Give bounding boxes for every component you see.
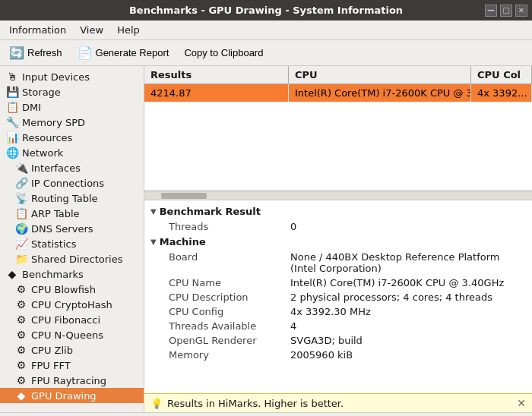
storage-icon: 💾 (6, 86, 18, 98)
table-header: Results CPU CPU Col (144, 66, 532, 84)
sidebar-item-cpu-n-queens[interactable]: ⚙CPU N-Queens (0, 327, 144, 342)
sidebar-item-cpu-cryptohash[interactable]: ⚙CPU CryptoHash (0, 297, 144, 312)
sidebar-label-dmi: DMI (22, 102, 41, 113)
dmi-icon: 📋 (6, 101, 18, 113)
expand-icon: ▼ (150, 207, 157, 216)
memory-spd-icon: 🔧 (6, 116, 18, 128)
detail-memory: Memory 2005960 kiB (144, 348, 532, 362)
generate-report-button[interactable]: 📄 Generate Report (73, 43, 174, 62)
cpu-fibonacci-icon: ⚙ (15, 314, 27, 326)
menu-information[interactable]: Information (3, 22, 72, 38)
section-header-machine[interactable]: ▼ Machine (144, 234, 532, 250)
detail-cpu-name: CPU Name Intel(R) Core(TM) i7-2600K CPU … (144, 276, 532, 290)
sidebar-label-cpu-blowfish: CPU Blowfish (31, 284, 96, 295)
gpu-drawing-icon: ◆ (15, 389, 27, 402)
sidebar-item-fpu-fft[interactable]: ⚙FPU FFT (0, 358, 144, 373)
sidebar-label-fpu-raytracing: FPU Raytracing (31, 375, 106, 386)
section-machine: ▼ Machine Board None / 440BX Desktop Ref… (144, 234, 532, 362)
sidebar-label-resources: Resources (22, 132, 72, 143)
sidebar-item-cpu-zlib[interactable]: ⚙CPU Zlib (0, 342, 144, 358)
value-memory: 2005960 kiB (290, 349, 353, 361)
label-board: Board (169, 251, 290, 274)
cpu-cryptohash-icon: ⚙ (15, 298, 27, 310)
close-button[interactable]: ✕ (515, 5, 527, 17)
value-cpu-name: Intel(R) Core(TM) i7-2600K CPU @ 3.40GHz (290, 277, 504, 288)
interfaces-icon: 🔌 (15, 162, 27, 174)
menu-view[interactable]: View (74, 22, 109, 38)
sidebar-item-dmi[interactable]: 📋DMI (0, 99, 144, 115)
detail-threads: Threads 0 (144, 219, 532, 234)
dns-servers-icon: 🌍 (15, 222, 27, 235)
sidebar-item-input-devices[interactable]: 🖱Input Devices (0, 69, 144, 84)
sidebar-item-shared-directories[interactable]: 📁Shared Directories (0, 251, 144, 266)
detail-threads-avail: Threads Available 4 (144, 319, 532, 333)
details-panel: ▼ Benchmark Result Threads 0 ▼ Machine B… (144, 200, 532, 393)
sidebar-label-shared-directories: Shared Directories (31, 254, 123, 265)
label-cpu-name: CPU Name (169, 277, 290, 288)
col-cpucol: CPU Col (471, 66, 532, 84)
label-opengl: OpenGL Renderer (169, 335, 290, 346)
detail-opengl: OpenGL Renderer SVGA3D; build (144, 333, 532, 348)
sidebar-item-cpu-blowfish[interactable]: ⚙CPU Blowfish (0, 282, 144, 297)
sidebar-item-storage[interactable]: 💾Storage (0, 84, 144, 99)
section-title-machine: Machine (160, 236, 206, 247)
sidebar-item-memory-spd[interactable]: 🔧Memory SPD (0, 115, 144, 130)
label-cpu-desc: CPU Description (169, 292, 290, 303)
sidebar-label-cpu-fibonacci: CPU Fibonacci (31, 314, 100, 326)
sidebar: 🖱Input Devices💾Storage📋DMI🔧Memory SPD📊Re… (0, 66, 144, 412)
sidebar-item-gpu-drawing[interactable]: ◆GPU Drawing (0, 388, 144, 403)
sidebar-item-dns-servers[interactable]: 🌍DNS Servers (0, 221, 144, 236)
sidebar-item-statistics[interactable]: 📈Statistics (0, 236, 144, 251)
value-cpu-desc: 2 physical processors; 4 cores; 4 thread… (290, 292, 492, 303)
sidebar-label-statistics: Statistics (31, 238, 76, 250)
sidebar-item-arp-table[interactable]: 📋ARP Table (0, 206, 144, 221)
results-table: Results CPU CPU Col 4214.87 Intel(R) Cor… (144, 66, 532, 200)
scrollbar-thumb[interactable] (161, 193, 207, 199)
section-benchmark-result: ▼ Benchmark Result Threads 0 (144, 203, 532, 234)
table-row[interactable]: 4214.87 Intel(R) Core(TM) i7-2600K CPU @… (144, 84, 532, 102)
refresh-icon: 🔄 (9, 46, 24, 60)
statistics-icon: 📈 (15, 238, 27, 250)
refresh-button[interactable]: 🔄 Refresh (5, 43, 67, 62)
value-board: None / 440BX Desktop Reference Platform … (290, 251, 526, 274)
table-body[interactable]: 4214.87 Intel(R) Core(TM) i7-2600K CPU @… (144, 84, 532, 191)
sidebar-item-fpu-raytracing[interactable]: ⚙FPU Raytracing (0, 373, 144, 388)
sidebar-label-interfaces: Interfaces (31, 162, 81, 174)
section-title-benchmark: Benchmark Result (160, 206, 261, 217)
cpu-blowfish-icon: ⚙ (15, 283, 27, 295)
resources-icon: 📊 (6, 131, 18, 143)
value-threads: 0 (290, 221, 296, 232)
main-layout: 🖱Input Devices💾Storage📋DMI🔧Memory SPD📊Re… (0, 66, 532, 412)
value-opengl: SVGA3D; build (290, 335, 363, 346)
toolbar: 🔄 Refresh 📄 Generate Report Copy to Clip… (0, 40, 532, 66)
sidebar-label-benchmarks: Benchmarks (22, 269, 84, 280)
detail-cpu-desc: CPU Description 2 physical processors; 4… (144, 290, 532, 304)
sidebar-item-network[interactable]: 🌐Network (0, 145, 144, 160)
detail-cpu-config: CPU Config 4x 3392.30 MHz (144, 304, 532, 319)
horizontal-scrollbar[interactable] (144, 191, 532, 200)
copy-clipboard-button[interactable]: Copy to Clipboard (179, 45, 268, 61)
sidebar-item-benchmarks[interactable]: ◆Benchmarks (0, 266, 144, 282)
sidebar-item-resources[interactable]: 📊Resources (0, 130, 144, 145)
label-memory: Memory (169, 349, 290, 361)
detail-board: Board None / 440BX Desktop Reference Pla… (144, 250, 532, 276)
arp-table-icon: 📋 (15, 207, 27, 219)
label-threads-avail: Threads Available (169, 320, 290, 332)
sidebar-item-cpu-fibonacci[interactable]: ⚙CPU Fibonacci (0, 312, 144, 327)
copy-label: Copy to Clipboard (184, 47, 263, 58)
cell-results: 4214.87 (144, 84, 289, 102)
titlebar-title: Benchmarks - GPU Drawing - System Inform… (129, 5, 403, 16)
sidebar-item-interfaces[interactable]: 🔌Interfaces (0, 160, 144, 175)
cell-cpucol: 4x 3392... (471, 84, 532, 102)
minimize-button[interactable]: — (485, 5, 497, 17)
sidebar-item-ip-connections[interactable]: 🔗IP Connections (0, 175, 144, 191)
sidebar-label-memory-spd: Memory SPD (22, 117, 85, 128)
col-results: Results (144, 66, 289, 84)
titlebar: Benchmarks - GPU Drawing - System Inform… (0, 0, 532, 20)
maximize-button[interactable]: □ (500, 5, 512, 17)
sidebar-item-routing-table[interactable]: 📡Routing Table (0, 191, 144, 206)
menu-help[interactable]: Help (111, 22, 146, 38)
infobar-close-button[interactable]: ✕ (517, 397, 526, 409)
section-header-benchmark[interactable]: ▼ Benchmark Result (144, 203, 532, 219)
sidebar-label-routing-table: Routing Table (31, 193, 98, 204)
